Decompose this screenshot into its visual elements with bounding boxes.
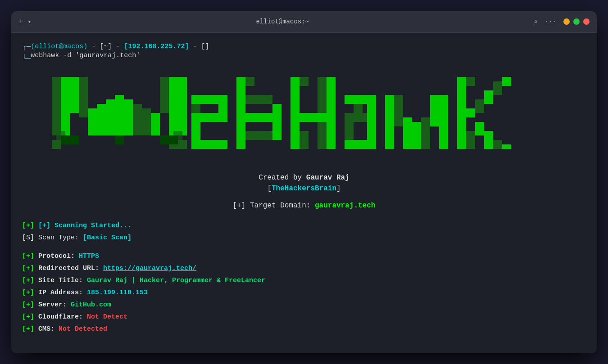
svg-rect-1 [61, 77, 70, 135]
svg-rect-55 [484, 131, 493, 149]
protocol-label: Protocol: [38, 252, 79, 260]
svg-rect-29 [299, 77, 309, 86]
server-value: GitHub.com [71, 301, 111, 309]
ip-prefix: [+] [22, 289, 34, 297]
svg-rect-28 [290, 77, 299, 149]
svg-rect-58 [502, 77, 511, 86]
close-button[interactable] [583, 18, 590, 25]
svg-rect-27 [272, 122, 281, 140]
hackers-brain-line: [TheHackersBrain] [22, 184, 586, 193]
ip-value: 185.199.110.153 [87, 289, 148, 297]
redirected-url-link[interactable]: https://gauravraj.tech/ [103, 265, 196, 272]
ip-address-line: [+] IP Address: 185.199.110.153 [22, 287, 586, 299]
corner-line-icon: ╰─ [22, 55, 31, 63]
redirected-label: Redirected URL: [38, 265, 103, 272]
cloudflare-label: Cloudflare: [38, 313, 87, 321]
svg-rect-41 [385, 95, 394, 149]
prompt-user: (elliot@macos) [31, 43, 87, 50]
svg-rect-0 [52, 77, 61, 135]
svg-rect-13 [169, 77, 178, 135]
webhawk-logo [22, 70, 586, 165]
cms-value: Not Detected [59, 325, 107, 333]
svg-rect-3 [79, 77, 88, 117]
titlebar: + ▾ elliot@macos:~ ⌕ ··· [11, 11, 597, 33]
cms-prefix: [+] [22, 325, 34, 333]
prompt-sep3: - [193, 43, 197, 50]
svg-rect-19 [191, 140, 227, 149]
svg-rect-12 [160, 77, 169, 113]
svg-rect-32 [327, 77, 336, 149]
titlebar-left: + ▾ [18, 17, 31, 26]
svg-rect-2 [70, 77, 79, 113]
cloudflare-value: Not Detect [87, 313, 127, 321]
svg-rect-25 [245, 131, 272, 140]
tab-dropdown-icon[interactable]: ▾ [28, 18, 31, 25]
svg-rect-11 [151, 113, 160, 135]
server-label: Server: [38, 301, 71, 309]
terminal-window: + ▾ elliot@macos:~ ⌕ ··· ╭─ (elliot@maco… [11, 11, 597, 353]
svg-rect-54 [484, 90, 493, 104]
creator-name: Gaurav Raj [306, 174, 349, 182]
titlebar-right: ⌕ ··· [534, 18, 590, 26]
prompt-sep2: - [116, 43, 120, 50]
results-section: [+] Protocol: HTTPS [+] Redirected URL: … [22, 250, 586, 335]
svg-rect-20 [218, 104, 227, 113]
svg-rect-53 [475, 122, 484, 135]
bracket-open: [ [267, 184, 272, 193]
hackers-brain-link[interactable]: TheHackersBrain [272, 184, 336, 193]
scanning-started-text: [+] Scanning Started... [38, 222, 132, 229]
scanning-started-line: [+] [+] Scanning Started... [22, 220, 586, 232]
svg-rect-30 [299, 113, 327, 122]
scan-section: [+] [+] Scanning Started... [S] Scan Typ… [22, 220, 586, 244]
svg-rect-46 [430, 95, 439, 126]
svg-rect-31 [299, 131, 309, 149]
created-by-prefix: Created by [259, 174, 306, 182]
svg-rect-51 [466, 131, 475, 149]
maximize-button[interactable] [573, 18, 580, 25]
svg-rect-10 [142, 108, 151, 135]
more-options-icon[interactable]: ··· [545, 18, 556, 25]
scan-prefix: [+] [22, 222, 34, 229]
created-by-line: Created by Gaurav Raj [22, 174, 586, 182]
svg-rect-47 [439, 95, 448, 149]
svg-rect-65 [61, 135, 70, 144]
svg-rect-24 [245, 113, 272, 122]
svg-rect-39 [345, 140, 372, 149]
svg-rect-8 [124, 99, 133, 135]
svg-rect-62 [52, 140, 61, 149]
svg-rect-42 [394, 95, 403, 126]
server-line: [+] Server: GitHub.com [22, 299, 586, 311]
cloudflare-prefix: [+] [22, 313, 34, 321]
scan-type-line: [S] Scan Type: [Basic Scan] [22, 232, 586, 244]
prompt-ip: [192.168.225.72] [124, 43, 189, 50]
svg-rect-45 [421, 117, 430, 149]
svg-rect-14 [178, 77, 187, 135]
svg-rect-23 [245, 95, 272, 104]
svg-rect-15 [191, 95, 227, 104]
prompt-bracket-line: ╭─ (elliot@macos) - [~] - [192.168.225.7… [22, 42, 586, 52]
site-title-value: Gaurav Raj | Hacker, Programmer & FreeLa… [87, 277, 265, 284]
scan-type-label: [S] Scan Type: [22, 234, 83, 242]
prompt-dir: [~] [100, 43, 112, 50]
svg-rect-18 [191, 122, 200, 140]
terminal-command: webhawk -d 'gauravraj.tech' [31, 52, 140, 59]
terminal-body: ╭─ (elliot@macos) - [~] - [192.168.225.7… [11, 33, 597, 353]
svg-rect-50 [466, 108, 475, 117]
svg-rect-17 [191, 113, 227, 122]
site-title-label: Site Title: [38, 277, 87, 284]
svg-rect-6 [106, 99, 115, 135]
new-tab-button[interactable]: + [18, 17, 23, 26]
svg-rect-64 [178, 140, 187, 149]
search-icon[interactable]: ⌕ [534, 18, 537, 26]
target-domain-value: gauravraj.tech [315, 202, 375, 210]
target-label: [+] Target Domain: [233, 202, 311, 210]
corner-bracket-icon: ╭─ [22, 43, 31, 50]
cms-line: [+] CMS: Not Detected [22, 323, 586, 335]
svg-rect-69 [169, 135, 178, 144]
svg-rect-5 [97, 104, 106, 135]
svg-rect-44 [412, 122, 421, 149]
minimize-button[interactable] [563, 18, 570, 25]
svg-rect-22 [245, 77, 254, 86]
window-title: elliot@macos:~ [256, 18, 309, 25]
prompt-command-line: ╰─ webhawk -d 'gauravraj.tech' [22, 52, 586, 66]
